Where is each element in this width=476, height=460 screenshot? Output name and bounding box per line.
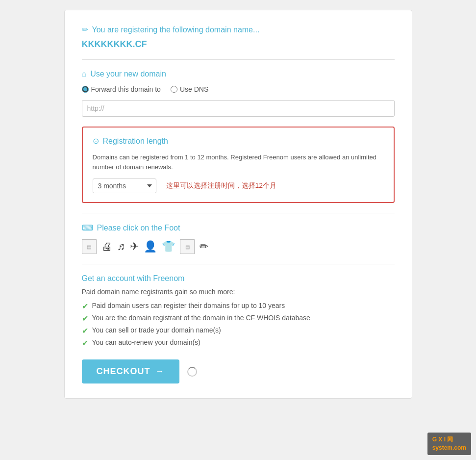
reg-hint: 这里可以选择注册时间，选择12个月 bbox=[166, 181, 277, 190]
domain-section-title: ✏ You are registering the following doma… bbox=[82, 25, 395, 34]
radio-dns-label[interactable]: Use DNS bbox=[171, 85, 208, 93]
captcha-label: Please click on the Foot bbox=[97, 224, 180, 232]
radio-forward[interactable] bbox=[82, 86, 89, 93]
captcha-icon-person[interactable]: 👤 bbox=[144, 240, 157, 253]
checkout-row: CHECKOUT → bbox=[82, 359, 395, 383]
radio-group: Forward this domain to Use DNS bbox=[82, 85, 395, 93]
captcha-icon-pencil[interactable]: ✏ bbox=[200, 240, 208, 253]
watermark: G X I 网 system.com bbox=[427, 433, 471, 455]
loading-spinner bbox=[187, 367, 197, 377]
checkout-button[interactable]: CHECKOUT → bbox=[82, 359, 179, 383]
clock-icon: ⊙ bbox=[93, 136, 99, 146]
checkout-arrow: → bbox=[155, 366, 165, 377]
account-title: Get an account with Freenom bbox=[82, 274, 395, 283]
benefit-item: ✔ You can sell or trade your domain name… bbox=[82, 326, 395, 335]
check-icon-3: ✔ bbox=[82, 326, 88, 335]
check-icon-1: ✔ bbox=[82, 302, 88, 311]
benefit-text-4: You can auto-renew your domain(s) bbox=[92, 338, 200, 346]
radio-forward-text: Forward this domain to bbox=[91, 85, 161, 93]
reg-length-title: ⊙ Registration length bbox=[93, 136, 384, 146]
reg-length-box: ⊙ Registration length Domains can be reg… bbox=[82, 127, 395, 203]
watermark-line1: G X I 网 bbox=[432, 436, 453, 443]
captcha-icons: ▤ 🖨 ♬ ✈ 👤 👕 ▤ ✏ bbox=[82, 239, 395, 254]
benefit-text-1: Paid domain users can register their dom… bbox=[92, 302, 285, 309]
reg-length-label: Registration length bbox=[103, 137, 168, 146]
pencil-icon: ✏ bbox=[82, 25, 88, 34]
captcha-icon-image2[interactable]: ▤ bbox=[180, 239, 195, 254]
reg-length-desc: Domains can be registered from 1 to 12 m… bbox=[93, 153, 384, 172]
benefit-item: ✔ Paid domain users can register their d… bbox=[82, 302, 395, 311]
url-input[interactable] bbox=[82, 100, 395, 117]
captcha-icon-shirt[interactable]: 👕 bbox=[162, 240, 175, 253]
months-select[interactable]: 1 months 2 months 3 months 4 months 5 mo… bbox=[93, 179, 156, 193]
radio-dns[interactable] bbox=[171, 86, 177, 93]
watermark-line2: system.com bbox=[432, 444, 466, 451]
captcha-icon-music[interactable]: ♬ bbox=[117, 240, 125, 253]
captcha-title: ⌨ Please click on the Foot bbox=[82, 223, 395, 232]
divider-3 bbox=[82, 264, 395, 264]
captcha-icon-plane[interactable]: ✈ bbox=[130, 240, 139, 253]
check-icon-4: ✔ bbox=[82, 338, 88, 348]
home-icon: ⌂ bbox=[82, 70, 87, 78]
benefit-item: ✔ You can auto-renew your domain(s) bbox=[82, 338, 395, 348]
use-domain-title: ⌂ Use your new domain bbox=[82, 70, 395, 78]
checkout-label: CHECKOUT bbox=[97, 366, 150, 377]
radio-forward-label[interactable]: Forward this domain to bbox=[82, 85, 161, 93]
check-icon-2: ✔ bbox=[82, 314, 88, 323]
captcha-icon-image1[interactable]: ▤ bbox=[82, 239, 97, 254]
main-card: ✏ You are registering the following doma… bbox=[64, 10, 412, 399]
domain-label: You are registering the following domain… bbox=[92, 26, 260, 34]
benefit-text-3: You can sell or trade your domain name(s… bbox=[92, 326, 221, 334]
radio-dns-text: Use DNS bbox=[180, 85, 208, 93]
benefit-item: ✔ You are the domain registrant of the d… bbox=[82, 314, 395, 323]
account-desc: Paid domain name registrants gain so muc… bbox=[82, 288, 395, 296]
benefit-text-2: You are the domain registrant of the dom… bbox=[92, 314, 310, 322]
captcha-icon-printer[interactable]: 🖨 bbox=[101, 240, 112, 253]
use-domain-label: Use your new domain bbox=[90, 70, 166, 78]
domain-name: KKKKKKKK.CF bbox=[82, 39, 395, 50]
benefit-list: ✔ Paid domain users can register their d… bbox=[82, 302, 395, 348]
divider-1 bbox=[82, 59, 395, 60]
keyboard-icon: ⌨ bbox=[82, 223, 93, 232]
divider-2 bbox=[82, 213, 395, 213]
reg-length-row: 1 months 2 months 3 months 4 months 5 mo… bbox=[93, 179, 384, 193]
